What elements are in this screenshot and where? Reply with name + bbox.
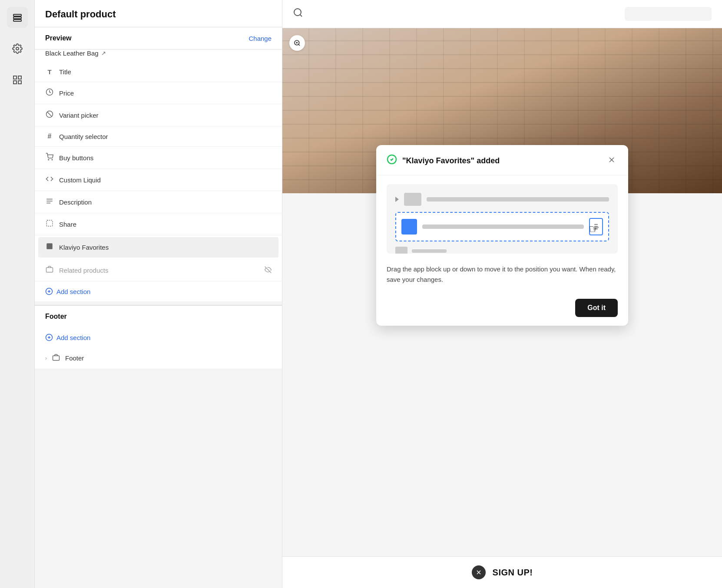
buy-buttons-icon — [45, 153, 54, 162]
preview-label: Preview — [45, 34, 71, 42]
signup-text: SIGN UP! — [493, 568, 533, 578]
add-section-label: Add section — [56, 288, 90, 295]
check-icon — [387, 154, 397, 167]
quantity-label: Quantity selector — [59, 133, 272, 140]
section-item-description[interactable]: Description — [35, 191, 282, 213]
illus-box-sm — [404, 193, 421, 206]
external-link-icon[interactable]: ↗ — [101, 50, 106, 56]
left-panel: Default product Preview Change Black Lea… — [35, 0, 282, 588]
add-section-button[interactable]: Add section — [35, 281, 282, 301]
hidden-icon — [265, 266, 272, 274]
svg-point-3 — [16, 47, 19, 50]
popup-description: Drag the app block up or down to move it… — [376, 262, 628, 294]
svg-point-26 — [294, 9, 301, 16]
preview-product-name: Black Leather Bag — [45, 50, 99, 57]
cursor-icon: ☞ — [589, 222, 599, 236]
search-icon[interactable] — [293, 7, 303, 20]
popup-overlay: "Klaviyo Favorites" added — [376, 145, 628, 326]
svg-line-9 — [47, 112, 52, 117]
svg-rect-4 — [13, 76, 17, 79]
description-icon — [45, 197, 54, 207]
svg-rect-5 — [18, 76, 21, 79]
footer-add-section-button[interactable]: Add section — [35, 327, 282, 347]
svg-rect-15 — [46, 220, 53, 226]
footer-chevron-icon: › — [45, 355, 47, 361]
popup-header: "Klaviyo Favorites" added — [376, 145, 628, 175]
related-products-icon — [45, 265, 54, 275]
svg-line-29 — [298, 44, 300, 46]
svg-point-11 — [52, 159, 53, 160]
svg-rect-17 — [46, 268, 53, 272]
section-item-buy-buttons[interactable]: Buy buttons — [35, 147, 282, 169]
title-icon: T — [45, 68, 54, 76]
custom-liquid-icon — [45, 175, 54, 185]
related-products-label: Related products — [59, 267, 259, 274]
got-it-button[interactable]: Got it — [575, 299, 618, 317]
section-item-variant[interactable]: Variant picker — [35, 104, 282, 126]
preview-change-button[interactable]: Change — [248, 35, 272, 42]
section-items-group: T Title Price Va — [35, 62, 282, 301]
custom-liquid-label: Custom Liquid — [59, 176, 272, 184]
section-item-price[interactable]: Price — [35, 82, 282, 104]
klaviyo-icon — [45, 242, 54, 252]
preview-section: Preview Change — [35, 27, 282, 50]
svg-rect-25 — [53, 356, 60, 360]
illus-line-short — [412, 249, 447, 253]
quantity-icon: # — [45, 132, 54, 140]
icon-sidebar — [0, 0, 35, 588]
section-item-klaviyo[interactable]: Klaviyo Favorites — [38, 237, 278, 258]
popup-title: "Klaviyo Favorites" added — [402, 156, 600, 165]
panel-header: Default product — [35, 0, 282, 27]
svg-rect-7 — [18, 81, 21, 84]
preview-topbar — [282, 0, 722, 28]
share-label: Share — [59, 221, 272, 228]
title-label: Title — [59, 68, 272, 76]
illus-line-long — [427, 197, 609, 202]
section-item-share[interactable]: Share — [35, 213, 282, 235]
sidebar-icon-grid[interactable] — [7, 69, 28, 90]
topbar-blurred-content — [625, 7, 712, 21]
klaviyo-label: Klaviyo Favorites — [59, 244, 272, 251]
page-title: Default product — [45, 9, 272, 20]
footer-item-label: Footer — [65, 354, 84, 362]
footer-item-icon — [52, 353, 60, 363]
sidebar-icon-settings[interactable] — [7, 38, 28, 59]
illus-dashed-container: ☞ — [395, 212, 609, 241]
section-item-title[interactable]: T Title — [35, 62, 282, 82]
variant-label: Variant picker — [59, 112, 272, 119]
panel-content: T Title Price Va — [35, 62, 282, 588]
preview-item: Black Leather Bag ↗ — [35, 50, 282, 62]
svg-point-10 — [48, 159, 49, 160]
footer-add-section-label: Add section — [56, 334, 90, 341]
svg-rect-1 — [13, 17, 21, 19]
sidebar-icon-layers[interactable] — [7, 7, 28, 28]
svg-rect-16 — [46, 243, 53, 249]
popup-footer: Got it — [376, 294, 628, 326]
illus-blue-square — [401, 219, 417, 235]
popup-close-button[interactable] — [606, 154, 618, 168]
illus-triangle — [395, 197, 399, 202]
svg-rect-0 — [13, 14, 21, 16]
illus-row-3 — [395, 247, 609, 254]
svg-rect-6 — [13, 81, 17, 84]
description-label: Description — [59, 198, 272, 206]
zoom-button[interactable] — [289, 35, 305, 51]
footer-title: Footer — [45, 313, 67, 320]
illus-box-tiny — [395, 247, 407, 254]
section-item-custom-liquid[interactable]: Custom Liquid — [35, 169, 282, 191]
buy-buttons-label: Buy buttons — [59, 154, 272, 162]
footer-header: Footer — [35, 305, 282, 327]
share-icon — [45, 219, 54, 229]
svg-line-27 — [300, 15, 302, 17]
section-item-quantity[interactable]: # Quantity selector — [35, 126, 282, 147]
footer-section: Footer Add section › Footer — [35, 305, 282, 369]
section-item-related-products[interactable]: Related products — [35, 259, 282, 281]
svg-rect-2 — [13, 20, 21, 21]
illus-line-med — [422, 225, 584, 229]
signup-close-button[interactable] — [472, 565, 486, 579]
price-icon — [45, 88, 54, 98]
price-label: Price — [59, 89, 272, 97]
footer-item[interactable]: › Footer — [35, 347, 282, 369]
variant-icon — [45, 110, 54, 120]
right-panel: "Klaviyo Favorites" added — [282, 0, 722, 588]
